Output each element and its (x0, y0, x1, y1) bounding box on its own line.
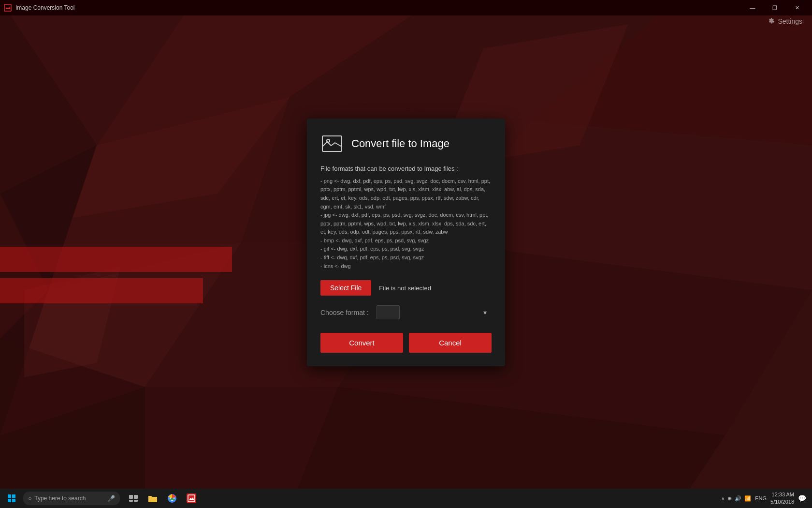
main-area: Convert file to Image File formats that … (0, 15, 812, 489)
app-icon (4, 4, 12, 12)
dialog-title: Convert file to Image (351, 137, 450, 150)
app-title: Image Conversion Tool (15, 4, 75, 11)
title-bar: Image Conversion Tool — ❐ ✕ (0, 0, 812, 15)
task-view-button[interactable] (124, 489, 143, 508)
windows-icon (8, 494, 15, 502)
folder-icon (148, 494, 158, 503)
wifi-icon[interactable]: 📶 (744, 495, 751, 502)
network-icon: ⊕ (727, 495, 732, 502)
time-display: 12:33 AM (772, 491, 794, 498)
microphone-icon: 🎤 (107, 495, 115, 502)
formats-title: File formats that can be converted to Im… (320, 165, 492, 172)
search-icon: ○ (28, 495, 31, 502)
taskbar-right: ∧ ⊕ 🔊 📶 ENG 12:33 AM 5/10/2018 💬 (721, 491, 810, 506)
svg-rect-25 (8, 499, 11, 502)
language-indicator: ENG (755, 495, 767, 501)
close-button[interactable]: ✕ (786, 0, 808, 15)
svg-rect-31 (148, 497, 157, 502)
volume-icon[interactable]: 🔊 (735, 495, 741, 502)
svg-rect-27 (129, 495, 133, 499)
choose-format-row: Choose format : png jpg bmp gif tiff icn… (320, 305, 492, 319)
format-select-wrapper: png jpg bmp gif tiff icns (377, 305, 492, 319)
select-file-button[interactable]: Select File (320, 280, 371, 296)
formats-text: - png <- dwg, dxf, pdf, eps, ps, psd, sv… (320, 177, 492, 271)
format-select[interactable]: png jpg bmp gif tiff icns (377, 305, 400, 319)
clock[interactable]: 12:33 AM 5/10/2018 (770, 491, 794, 506)
svg-rect-26 (12, 499, 15, 502)
taskbar: ○ Type here to search 🎤 (0, 489, 812, 508)
svg-rect-30 (134, 500, 138, 502)
taskbar-search[interactable]: ○ Type here to search 🎤 (23, 492, 120, 505)
format-label: Choose format : (320, 309, 369, 316)
chrome-icon (167, 493, 177, 503)
select-file-row: Select File File is not selected (320, 280, 492, 296)
svg-rect-23 (8, 494, 11, 498)
svg-rect-28 (134, 495, 138, 499)
dialog-header: Convert file to Image (320, 132, 492, 155)
svg-rect-24 (12, 494, 15, 498)
file-status: File is not selected (379, 284, 431, 292)
image-icon (320, 132, 344, 155)
task-view-icon (129, 495, 138, 502)
conversion-tool-button[interactable] (182, 489, 201, 508)
notification-icon[interactable]: 💬 (798, 494, 806, 502)
start-button[interactable] (2, 489, 21, 508)
system-tray-icons: ∧ ⊕ 🔊 📶 (721, 495, 751, 502)
taskbar-apps (124, 489, 201, 508)
chrome-button[interactable] (162, 489, 182, 508)
convert-button[interactable]: Convert (320, 333, 403, 353)
file-explorer-button[interactable] (143, 489, 162, 508)
action-buttons: Convert Cancel (320, 333, 492, 353)
convert-dialog: Convert file to Image File formats that … (307, 119, 505, 367)
maximize-button[interactable]: ❐ (764, 0, 786, 15)
svg-rect-20 (4, 4, 11, 11)
window-controls: — ❐ ✕ (741, 0, 808, 15)
search-placeholder: Type here to search (34, 495, 86, 502)
chevron-up-icon[interactable]: ∧ (721, 496, 725, 501)
svg-rect-29 (129, 500, 133, 502)
minimize-button[interactable]: — (741, 0, 764, 15)
cancel-button[interactable]: Cancel (409, 333, 492, 353)
date-display: 5/10/2018 (770, 498, 794, 506)
conversion-tool-icon (187, 493, 196, 503)
